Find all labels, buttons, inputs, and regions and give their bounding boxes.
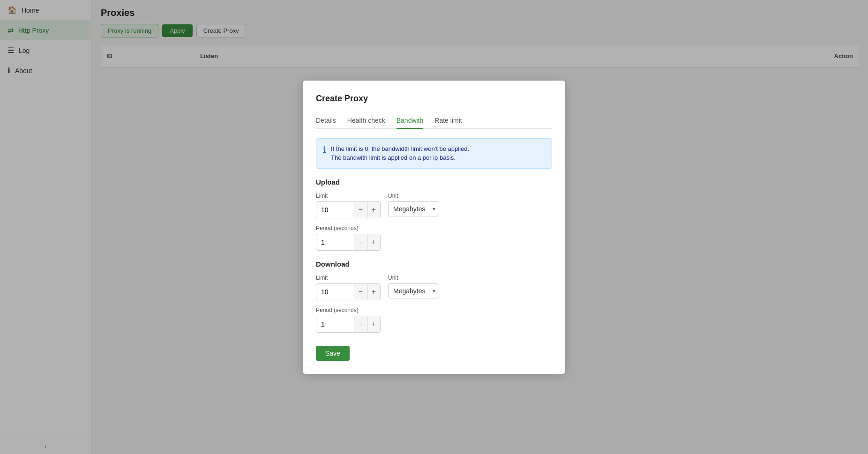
upload-limit-input[interactable] bbox=[316, 203, 354, 217]
upload-unit-select[interactable]: Megabytes Kilobytes Gigabytes bbox=[388, 201, 439, 216]
upload-limit-input-wrapper: − + bbox=[316, 201, 381, 218]
create-proxy-modal: Create Proxy Details Health check Bandwi… bbox=[303, 81, 565, 374]
upload-period-label: Period (seconds) bbox=[316, 225, 381, 231]
upload-unit-label: Unit bbox=[388, 193, 439, 199]
download-period-input[interactable] bbox=[316, 317, 354, 331]
download-limit-label: Limit bbox=[316, 275, 381, 281]
download-limit-input-wrapper: − + bbox=[316, 283, 381, 300]
info-text-line1: If the limit is 0, the bandwidth limit w… bbox=[331, 144, 469, 154]
upload-period-decrement[interactable]: − bbox=[354, 234, 367, 250]
modal-title: Create Proxy bbox=[316, 94, 552, 104]
tab-health-check[interactable]: Health check bbox=[347, 113, 385, 129]
download-period-increment[interactable]: + bbox=[367, 316, 380, 332]
upload-period-increment[interactable]: + bbox=[367, 234, 380, 250]
bandwidth-info-box: ℹ If the limit is 0, the bandwidth limit… bbox=[316, 138, 552, 169]
download-period-label: Period (seconds) bbox=[316, 307, 381, 313]
save-button[interactable]: Save bbox=[316, 346, 350, 361]
download-unit-select-wrapper: Megabytes Kilobytes Gigabytes bbox=[388, 283, 439, 298]
upload-limit-group: Limit − + bbox=[316, 193, 381, 218]
download-limit-row: Limit − + Unit Megabytes Kilobytes Gigab… bbox=[316, 275, 552, 300]
download-limit-group: Limit − + bbox=[316, 275, 381, 300]
upload-section-title: Upload bbox=[316, 178, 552, 186]
download-limit-input[interactable] bbox=[316, 285, 354, 299]
upload-limit-increment[interactable]: + bbox=[367, 202, 380, 218]
upload-limit-label: Limit bbox=[316, 193, 381, 199]
download-period-input-wrapper: − + bbox=[316, 316, 381, 333]
upload-limit-row: Limit − + Unit Megabytes Kilobytes Gigab… bbox=[316, 193, 552, 218]
modal-overlay[interactable]: Create Proxy Details Health check Bandwi… bbox=[0, 0, 868, 454]
tab-rate-limit[interactable]: Rate limit bbox=[434, 113, 462, 129]
download-limit-increment[interactable]: + bbox=[367, 284, 380, 300]
modal-tabs: Details Health check Bandwith Rate limit bbox=[316, 113, 552, 129]
upload-section: Upload Limit − + Unit Megabytes Kil bbox=[316, 178, 552, 251]
info-icon: ℹ bbox=[323, 145, 326, 163]
upload-period-group: Period (seconds) − + bbox=[316, 225, 381, 251]
tab-bandwith[interactable]: Bandwith bbox=[397, 113, 424, 129]
upload-period-input-wrapper: − + bbox=[316, 234, 381, 251]
tab-details[interactable]: Details bbox=[316, 113, 336, 129]
download-section: Download Limit − + Unit Megabytes K bbox=[316, 260, 552, 333]
info-text-line2: The bandwith limit is applied on a per i… bbox=[331, 153, 469, 163]
download-period-row: Period (seconds) − + bbox=[316, 307, 552, 333]
upload-unit-select-wrapper: Megabytes Kilobytes Gigabytes bbox=[388, 201, 439, 216]
download-period-decrement[interactable]: − bbox=[354, 316, 367, 332]
download-section-title: Download bbox=[316, 260, 552, 268]
download-unit-select[interactable]: Megabytes Kilobytes Gigabytes bbox=[388, 283, 439, 298]
download-period-group: Period (seconds) − + bbox=[316, 307, 381, 333]
upload-limit-decrement[interactable]: − bbox=[354, 202, 367, 218]
download-limit-decrement[interactable]: − bbox=[354, 284, 367, 300]
upload-period-row: Period (seconds) − + bbox=[316, 225, 552, 251]
download-unit-label: Unit bbox=[388, 275, 439, 281]
upload-period-input[interactable] bbox=[316, 235, 354, 249]
download-unit-group: Unit Megabytes Kilobytes Gigabytes bbox=[388, 275, 439, 300]
upload-unit-group: Unit Megabytes Kilobytes Gigabytes bbox=[388, 193, 439, 218]
